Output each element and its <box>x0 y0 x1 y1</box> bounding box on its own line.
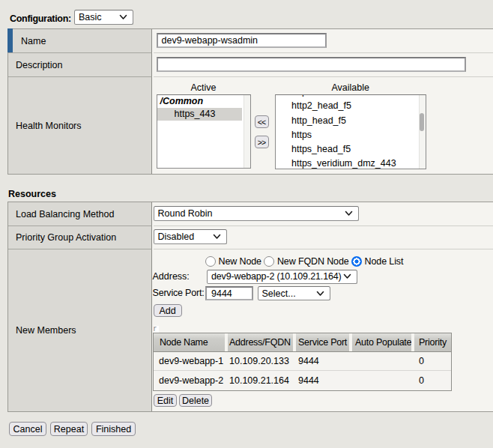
available-monitors-heading: Available <box>275 82 426 93</box>
name-input[interactable]: dev9-webapp-wsadmin <box>157 33 327 48</box>
name-row-data-cell: dev9-webapp-wsadmin <box>154 29 493 53</box>
cell-service-port: 9444 <box>296 371 352 390</box>
cell-address-fqdn: 10.109.21.164 <box>228 371 296 390</box>
load-balancing-label-cell: Load Balancing Method <box>8 202 152 226</box>
description-input[interactable] <box>157 57 466 72</box>
new-members-table: Node Name Address/FQDN Service Port Auto… <box>153 333 452 391</box>
description-row-data-cell <box>154 53 493 77</box>
priority-group-row: Priority Group Activation Disabled <box>8 226 493 249</box>
service-port-select[interactable]: Select... <box>258 286 330 300</box>
member-type-radio-item: New Node <box>205 256 261 267</box>
service-port-select-value: Select... <box>262 288 296 299</box>
cell-priority: 0 <box>414 352 451 371</box>
column-header: Node Name <box>154 333 228 351</box>
load-balancing-data-cell: Round Robin <box>154 202 493 226</box>
service-port-label: Service Port: <box>153 288 205 298</box>
name-input-value: dev9-webapp-wsadmin <box>162 35 258 46</box>
table-row[interactable]: dev9-webapp-1 10.109.20.133 9444 0 <box>154 352 451 372</box>
cell-service-port: 9444 <box>296 352 352 371</box>
chevron-down-icon <box>119 14 127 20</box>
radio-button-icon[interactable] <box>351 256 362 267</box>
member-type-radio-item: New FQDN Node <box>264 256 349 267</box>
load-balancing-label: Load Balancing Method <box>16 209 114 220</box>
chevron-down-icon <box>213 234 221 240</box>
available-monitors-list: http2 http2_head_f5 http_head_f5 https h… <box>276 94 426 169</box>
new-members-table-header-row: Node Name Address/FQDN Service Port Auto… <box>154 333 451 352</box>
available-monitors-listbox[interactable]: http2 http2_head_f5 http_head_f5 https h… <box>275 94 426 169</box>
priority-group-select[interactable]: Disabled <box>154 229 227 244</box>
resources-table: Load Balancing Method Round Robin Priori… <box>7 202 493 412</box>
cell-address-fqdn: 10.109.20.133 <box>228 352 296 371</box>
name-row-label-cell: Name <box>8 29 152 53</box>
required-field-indicator <box>7 28 13 52</box>
new-members-data-cell: New Node New FQDN Node Node List Address… <box>154 249 493 411</box>
priority-group-label: Priority Group Activation <box>16 232 116 243</box>
new-members-row: New Members New Node New FQDN Node <box>8 249 493 411</box>
chevron-down-icon <box>316 291 324 297</box>
priority-group-label-cell: Priority Group Activation <box>8 226 152 249</box>
cell-auto-populate <box>352 352 414 371</box>
service-port-input-value: 9444 <box>211 288 232 299</box>
available-monitor-options: http2_head_f5 http_head_f5 https https_h… <box>276 99 426 169</box>
move-to-active-button[interactable]: << <box>255 115 269 128</box>
general-properties-table: Name dev9-webapp-wsadmin Description Hea… <box>7 28 493 175</box>
available-monitor-option[interactable]: https <box>276 128 426 142</box>
load-balancing-select[interactable]: Round Robin <box>154 206 359 221</box>
priority-group-data-cell: Disabled <box>154 226 493 249</box>
configuration-select[interactable]: Basic <box>74 10 133 25</box>
address-select[interactable]: dev9-webapp-2 (10.109.21.164) <box>207 270 357 284</box>
available-monitor-option[interactable]: https_veridium_dmz_443 <box>276 157 426 169</box>
active-monitor-option-selected[interactable]: https_443 <box>157 108 242 121</box>
load-balancing-row: Load Balancing Method Round Robin <box>8 202 493 226</box>
cancel-button[interactable]: Cancel <box>9 422 46 436</box>
cell-auto-populate <box>352 371 414 390</box>
resources-section-heading: Resources <box>8 189 56 199</box>
chevron-down-icon <box>343 273 351 279</box>
available-listbox-scrollbar-thumb[interactable] <box>420 113 424 131</box>
radio-button-icon[interactable] <box>264 256 274 267</box>
active-monitors-listbox[interactable]: /Common https_443 <box>157 94 251 169</box>
add-button[interactable]: Add <box>154 304 182 317</box>
active-monitors-heading: Active <box>157 82 251 93</box>
description-row-label-cell: Description <box>8 53 152 77</box>
cell-node-name: dev9-webapp-1 <box>154 352 228 371</box>
configuration-label: Configuration: <box>10 13 71 24</box>
member-type-radio-group: New Node New FQDN Node Node List <box>205 255 404 267</box>
edit-button[interactable]: Edit <box>154 394 177 407</box>
member-type-radio-item: Node List <box>351 256 404 267</box>
broken-image-artifact: r <box>154 326 159 333</box>
new-members-label-cell: New Members <box>8 249 152 411</box>
health-monitors-label: Health Monitors <box>16 121 82 131</box>
radio-label: New Node <box>219 256 261 267</box>
repeat-button[interactable]: Repeat <box>50 422 88 436</box>
load-balancing-select-value: Round Robin <box>158 208 213 219</box>
column-header: Service Port <box>296 333 352 351</box>
column-header: Address/FQDN <box>228 333 296 351</box>
active-monitors-optgroup: /Common <box>157 95 250 108</box>
available-monitor-option[interactable]: http_head_f5 <box>276 114 426 128</box>
cell-node-name: dev9-webapp-2 <box>154 371 228 390</box>
move-to-available-button[interactable]: >> <box>255 136 269 148</box>
finished-button[interactable]: Finished <box>91 422 136 436</box>
chevron-down-icon <box>345 211 353 217</box>
address-select-value: dev9-webapp-2 (10.109.21.164) <box>211 271 342 282</box>
name-row: Name dev9-webapp-wsadmin <box>8 29 493 53</box>
name-label: Name <box>16 36 46 46</box>
health-monitors-row-label-cell: Health Monitors <box>8 77 152 174</box>
available-monitor-option[interactable]: https_head_f5 <box>276 142 426 157</box>
column-header: Auto Populate <box>352 333 414 351</box>
column-header: Priority <box>414 333 451 351</box>
priority-group-select-value: Disabled <box>158 231 195 242</box>
health-monitors-row: Health Monitors Active Available /Common… <box>8 77 493 174</box>
cell-priority: 0 <box>414 371 451 390</box>
radio-button-icon[interactable] <box>205 256 216 267</box>
new-members-table-body: dev9-webapp-1 10.109.20.133 9444 0 dev9-… <box>154 352 451 390</box>
description-row: Description <box>8 53 493 77</box>
service-port-input[interactable]: 9444 <box>205 286 253 300</box>
radio-label: New FQDN Node <box>277 256 349 267</box>
available-monitor-option[interactable]: http2_head_f5 <box>276 99 426 113</box>
new-members-label: New Members <box>16 325 76 336</box>
active-listbox-scrollbar-track <box>244 95 250 168</box>
delete-button[interactable]: Delete <box>179 394 212 407</box>
table-row[interactable]: dev9-webapp-2 10.109.21.164 9444 0 <box>154 371 451 390</box>
